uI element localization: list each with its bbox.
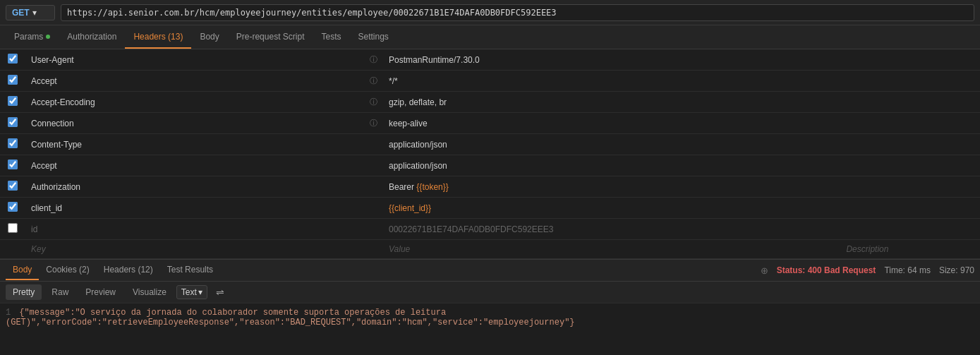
format-label: Text [181, 287, 197, 297]
table-row: Accept ⓘ */* [0, 71, 980, 92]
headers-table-container: User-Agent ⓘ PostmanRuntime/7.30.0 Accep… [0, 49, 980, 259]
header-value-8: 00022671B1E74DAFA0DB0FDFC592EEE3 [389, 224, 553, 234]
method-label: GET [12, 8, 30, 18]
table-row: Connection ⓘ keep-alive [0, 113, 980, 134]
info-icon-1[interactable]: ⓘ [370, 76, 377, 85]
table-row: Accept application/json [0, 155, 980, 176]
resp-tab-raw[interactable]: Raw [44, 284, 75, 300]
header-value-5: application/json [389, 161, 447, 171]
key-placeholder: Key [31, 244, 46, 254]
response-tabs: Body Cookies (2) Headers (12) Test Resul… [0, 259, 980, 282]
info-icon-2[interactable]: ⓘ [370, 97, 377, 106]
line-number: 1 [6, 308, 11, 318]
response-toolbar: Pretty Raw Preview Visualize Text ▾ ⇌ [0, 282, 980, 303]
header-key-0: User-Agent [31, 55, 74, 65]
header-checkbox-3[interactable] [8, 117, 18, 127]
header-key-6: Authorization [31, 182, 80, 192]
tab-test-results[interactable]: Test Results [160, 260, 220, 280]
header-checkbox-5[interactable] [8, 160, 18, 169]
table-row: client_id {{client_id}} [0, 198, 980, 219]
table-row: Accept-Encoding ⓘ gzip, deflate, br [0, 92, 980, 113]
tab-tests[interactable]: Tests [313, 26, 349, 49]
header-value-3: keep-alive [389, 119, 428, 128]
header-key-3: Connection [31, 119, 74, 128]
header-key-7: client_id [31, 203, 62, 213]
status-time: Time: 64 ms [884, 265, 931, 275]
status-size: Size: 970 [939, 265, 974, 275]
method-select[interactable]: GET ▾ [6, 5, 55, 20]
header-key-1: Accept [31, 76, 57, 86]
response-body: 1{"message":"O serviço da jornada do col… [0, 303, 980, 339]
tab-body[interactable]: Body [191, 26, 227, 49]
resp-tab-visualize[interactable]: Visualize [126, 284, 174, 300]
status-save-icon[interactable]: ⊕ [761, 265, 768, 276]
tab-headers[interactable]: Headers (13) [125, 26, 191, 49]
table-row: User-Agent ⓘ PostmanRuntime/7.30.0 [0, 49, 980, 71]
response-content: {"message":"O serviço da jornada do cola… [6, 308, 575, 327]
table-row: Authorization Bearer {{token}} [0, 176, 980, 198]
tab-settings[interactable]: Settings [350, 26, 397, 49]
header-checkbox-8[interactable] [8, 223, 18, 233]
header-value-0: PostmanRuntime/7.30.0 [389, 55, 480, 65]
header-checkbox-4[interactable] [8, 138, 18, 148]
tab-prerequest[interactable]: Pre-request Script [228, 26, 313, 49]
headers-table: User-Agent ⓘ PostmanRuntime/7.30.0 Accep… [0, 49, 980, 259]
header-checkbox-0[interactable] [8, 54, 18, 64]
header-key-5: Accept [31, 161, 57, 171]
status-badge: Status: 400 Bad Request [777, 265, 876, 275]
table-row: Content-Type application/json [0, 134, 980, 155]
info-icon-0[interactable]: ⓘ [370, 55, 377, 64]
resp-tab-preview[interactable]: Preview [78, 284, 123, 300]
header-key-4: Content-Type [31, 140, 82, 150]
tab-response-headers[interactable]: Headers (12) [97, 260, 160, 280]
header-checkbox-1[interactable] [8, 75, 18, 85]
header-value-6-token: {{token}} [416, 182, 448, 192]
tab-body[interactable]: Body [6, 260, 39, 280]
desc-placeholder: Description [846, 244, 888, 254]
tab-cookies[interactable]: Cookies (2) [39, 260, 96, 280]
resp-tab-pretty[interactable]: Pretty [6, 284, 42, 300]
header-checkbox-7[interactable] [8, 202, 18, 212]
tab-params[interactable]: Params [6, 26, 59, 49]
header-value-4: application/json [389, 140, 447, 150]
table-footer-row: Key Value Description [0, 240, 980, 259]
table-row: id 00022671B1E74DAFA0DB0FDFC592EEE3 [0, 219, 980, 240]
params-dot [46, 35, 50, 39]
header-key-2: Accept-Encoding [31, 97, 95, 107]
info-icon-3[interactable]: ⓘ [370, 119, 377, 127]
tab-authorization[interactable]: Authorization [59, 26, 125, 49]
format-select[interactable]: Text ▾ [176, 285, 207, 299]
format-chevron-icon: ▾ [198, 287, 202, 297]
header-value-2: gzip, deflate, br [389, 97, 447, 107]
method-chevron-icon: ▾ [32, 8, 37, 18]
header-checkbox-2[interactable] [8, 96, 18, 106]
header-value-7: {{client_id}} [389, 203, 431, 213]
wrap-icon[interactable]: ⇌ [216, 287, 224, 298]
request-tabs: Params Authorization Headers (13) Body P… [0, 25, 980, 49]
header-checkbox-6[interactable] [8, 181, 18, 191]
header-key-8: id [31, 224, 37, 234]
header-value-6-bearer: Bearer [389, 182, 416, 192]
url-bar: GET ▾ [0, 0, 980, 25]
header-value-1: */* [389, 76, 398, 86]
status-bar: ⊕ Status: 400 Bad Request Time: 64 ms Si… [761, 265, 974, 276]
url-input[interactable] [61, 4, 974, 21]
value-placeholder: Value [389, 244, 410, 254]
